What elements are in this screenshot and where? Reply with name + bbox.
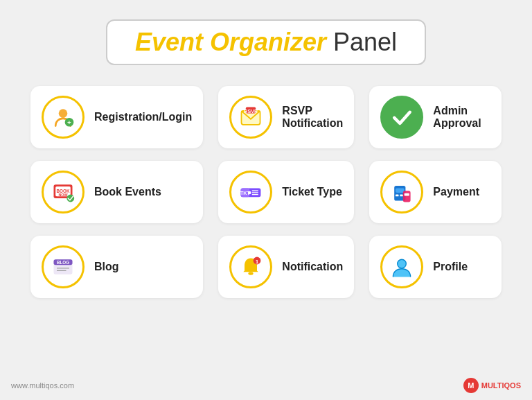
card-profile[interactable]: Profile	[369, 236, 502, 298]
svg-rect-19	[396, 189, 405, 193]
profile-label: Profile	[433, 261, 468, 273]
footer: www.multiqos.com M MULTIQOS	[0, 378, 532, 393]
footer-url: www.multiqos.com	[11, 381, 74, 390]
book-events-label: Book Events	[94, 186, 161, 198]
svg-rect-29	[249, 272, 254, 275]
ticket-type-icon-circle: TKT	[229, 171, 272, 214]
header-highlight: Event Organizer	[135, 28, 326, 56]
card-notification[interactable]: 1 Notification	[218, 236, 354, 298]
footer-logo-text: MULTIQOS	[481, 381, 521, 390]
svg-text:+: +	[67, 119, 71, 126]
admin-approval-icon-circle	[380, 96, 423, 139]
rsvp-notification-label: RSVP Notification	[282, 105, 343, 130]
payment-label: Payment	[433, 186, 479, 198]
svg-text:NOW: NOW	[58, 193, 68, 197]
card-rsvp-notification[interactable]: RSVP RSVP Notification	[218, 86, 354, 148]
rsvp-notification-icon-circle: RSVP	[229, 96, 272, 139]
registration-login-label: Registration/Login	[94, 111, 192, 123]
svg-text:1: 1	[256, 259, 259, 265]
card-blog[interactable]: BLOG Blog	[30, 236, 203, 298]
book-events-icon-circle: BOOK NOW	[42, 171, 85, 214]
notification-label: Notification	[282, 261, 343, 273]
profile-icon-circle	[380, 245, 423, 288]
registration-login-icon-circle: +	[42, 96, 85, 139]
payment-icon-circle	[380, 171, 423, 214]
footer-logo-icon: M	[463, 378, 479, 393]
notification-icon-circle: 1	[229, 245, 272, 288]
blog-icon-circle: BLOG	[42, 245, 85, 288]
svg-point-0	[59, 109, 68, 118]
header: Event Organizer Panel	[0, 0, 532, 79]
card-book-events[interactable]: BOOK NOW Book Events	[30, 161, 203, 223]
svg-rect-20	[396, 195, 399, 197]
svg-rect-23	[405, 193, 409, 196]
card-ticket-type[interactable]: TKT Ticket Type	[218, 161, 354, 223]
ticket-type-label: Ticket Type	[282, 186, 342, 198]
footer-logo: M MULTIQOS	[463, 378, 521, 393]
admin-approval-label: Admin Approval	[433, 105, 490, 130]
svg-rect-22	[403, 191, 411, 202]
svg-text:RSVP: RSVP	[245, 108, 258, 114]
card-registration-login[interactable]: + Registration/Login	[30, 86, 203, 148]
blog-label: Blog	[94, 261, 119, 273]
card-admin-approval[interactable]: Admin Approval	[369, 86, 502, 148]
card-payment[interactable]: Payment	[369, 161, 502, 223]
card-grid: + Registration/Login RSVP RSVP Notificat…	[3, 79, 529, 305]
svg-point-14	[248, 191, 251, 195]
svg-rect-21	[400, 195, 404, 197]
header-normal: Panel	[326, 28, 397, 56]
svg-text:BLOG: BLOG	[57, 260, 69, 265]
